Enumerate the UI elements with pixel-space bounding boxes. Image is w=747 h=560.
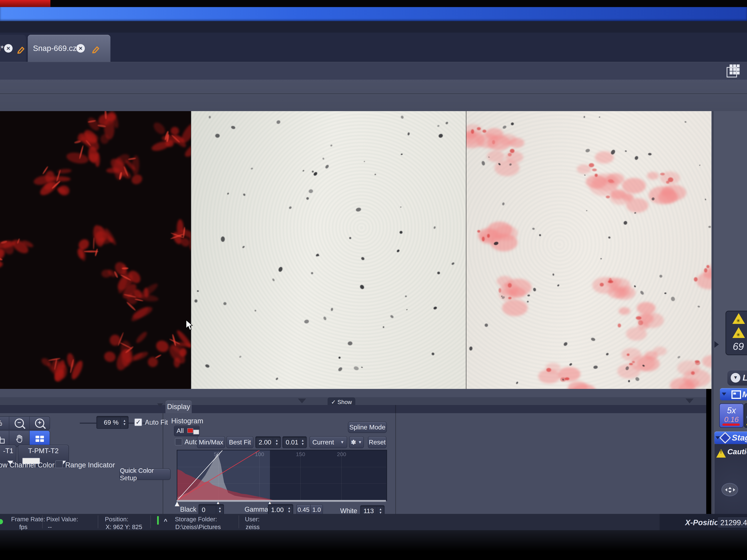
gamma-preset-10-button[interactable]: 1.0 [310,504,323,515]
speckle [57,184,71,197]
frame-rate-label: Frame Rate: [11,516,45,523]
zoom-in-icon: + [35,419,44,428]
quick-color-setup-button[interactable]: Quick Color Setup [120,469,171,480]
viewer-toolbar-band [0,62,747,80]
gamma-preset-045-button[interactable]: 0.45 [296,504,311,515]
dock-tab-strip [0,405,706,413]
zoom-percent-button[interactable]: % [0,417,9,430]
chevron-down-icon: ▼ [358,440,362,445]
image-pane-brightfield[interactable] [191,111,466,389]
best-fit-low-spinner[interactable]: 2.00▲▼ [255,436,281,448]
hand-icon [15,434,23,443]
all-channels-label: All [177,427,184,434]
tab-label: i* [0,35,4,62]
stage-section-label: Stage [732,433,747,443]
speckle [590,178,617,196]
split-view-button[interactable] [30,431,50,447]
histogram-channel-toggle[interactable]: All [174,426,200,436]
collapse-dock-icon[interactable] [298,399,306,403]
spline-mode-button[interactable]: Spline Mode [348,422,387,433]
module-section-header[interactable]: M [720,388,747,400]
auto-fit-checkbox[interactable]: ✓ [134,418,142,426]
speckle [666,181,669,184]
select-tool-button[interactable] [0,431,9,447]
stage-joystick[interactable] [721,483,738,496]
collapse-display-icon[interactable] [157,403,163,407]
auto-checkbox[interactable] [175,438,182,446]
laser-value: 69 [733,341,744,352]
speckle [95,248,98,256]
laser-section-header[interactable]: ▼ Las [727,370,747,385]
status-bar: Frame Rate: fps Pixel Value: -- Position… [0,514,660,530]
white-channel-swatch[interactable] [193,430,199,434]
speckle [84,250,98,252]
x-position-value[interactable]: 21299.49 [717,517,747,528]
zoom-out-button[interactable]: − [9,417,30,430]
best-fit-high-spinner[interactable]: 0.01▲▼ [282,436,307,448]
settings-gear-dropdown[interactable]: ✽▼ [349,436,364,448]
speckle [637,302,655,314]
caution-icon: ! [716,446,726,458]
close-icon[interactable]: × [76,44,85,53]
min-max-button[interactable]: Min/Max [197,436,225,448]
viewer-header-band [0,80,747,111]
annotate-pen-icon[interactable] [91,44,101,53]
reset-button[interactable]: Reset [368,436,386,448]
speckle [694,277,697,281]
window-top-blue-bar [0,7,747,21]
tab-previous-document[interactable]: i* × [0,35,26,62]
panel-splitter[interactable] [713,111,713,515]
zoom-in-button[interactable]: + [30,417,50,430]
range-indicator-checkbox[interactable] [55,460,63,468]
speckle [487,234,490,238]
close-icon[interactable]: × [4,44,12,53]
tab-active-document[interactable]: Snap-669.czi* × [28,35,110,62]
collapse-icon[interactable] [722,393,726,396]
speckle [595,174,598,177]
speckle [101,270,111,278]
best-fit-button[interactable]: Best Fit [226,436,254,448]
pixel-value-label: Pixel Value: [46,516,78,523]
speckle [629,363,633,365]
bottom-bezel [0,530,747,560]
objective-5x-button[interactable]: 5x 0.16 [719,403,744,428]
speckle [502,300,527,316]
zoom-percent-spinner[interactable]: 69 % ▲▼ [96,416,129,429]
spinner-arrows[interactable]: ▲▼ [121,416,128,428]
laser-warning-icon: ✳ [732,313,745,324]
speckle [600,258,602,259]
collapse-dock-icon[interactable] [686,399,694,403]
layout-grid-icon[interactable] [727,64,740,77]
speckle [608,287,626,298]
storage-folder-value: D:\zeiss\Pictures [175,524,221,531]
speckle [695,361,700,365]
red-channel-swatch[interactable] [187,428,193,433]
stage-section-header[interactable]: Stage [714,431,747,444]
collapse-circle-icon[interactable]: ▼ [731,373,740,382]
expand-caret[interactable]: ^ [164,517,167,525]
speckle [510,149,514,153]
annotate-pen-icon[interactable] [16,44,26,54]
speckle [135,330,148,344]
pan-hand-button[interactable] [9,431,30,447]
current-dropdown[interactable]: Current▼ [309,436,347,448]
image-pane-overlay[interactable] [466,111,712,389]
speckle [647,172,659,180]
tab-label: Snap-669.czi* [33,35,81,62]
histogram-title: Histogram [171,417,203,425]
zoom-out-icon: − [15,419,24,428]
pane-divider [191,111,191,389]
speckle [619,307,630,315]
histogram-plot[interactable]: 50100150200 [177,450,387,501]
objective-next-button[interactable]: 0 [744,403,747,428]
zoom-toolgroup: % − + [0,416,50,430]
tiles-icon [35,436,44,442]
gear-icon: ✽ [351,438,356,446]
menu-strip [0,21,747,33]
module-section-label: M [742,390,747,399]
storage-folder-label: Storage Folder: [175,516,217,523]
panel-collapse-arrow[interactable] [714,341,719,348]
tab-display[interactable]: Display [165,401,192,413]
pixel-value: -- [48,524,52,531]
image-pane-fluorescence[interactable] [0,111,191,389]
